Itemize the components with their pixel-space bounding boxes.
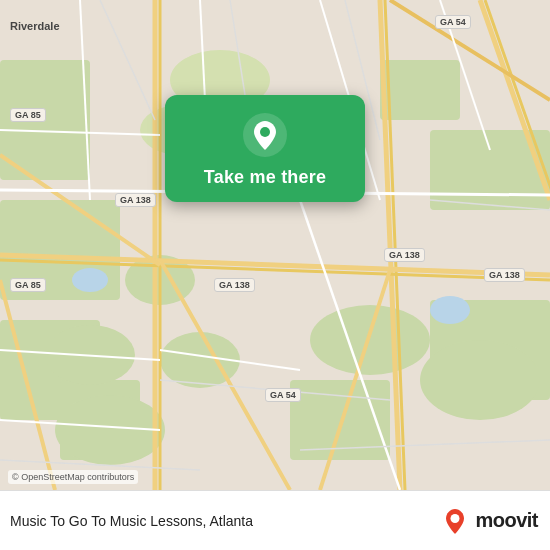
take-me-there-popup[interactable]: Take me there — [165, 95, 365, 202]
take-me-there-label: Take me there — [204, 167, 326, 188]
road-label-ga138-far-right: GA 138 — [484, 268, 525, 282]
map-background — [0, 0, 550, 490]
place-info: Music To Go To Music Lessons, Atlanta — [10, 513, 253, 529]
road-label-ga85: GA 85 — [10, 108, 46, 122]
place-name: Music To Go To Music Lessons, Atlanta — [10, 513, 253, 529]
moovit-logo: moovit — [441, 507, 538, 535]
road-label-ga85-bottom: GA 85 — [10, 278, 46, 292]
svg-rect-7 — [380, 60, 460, 120]
svg-point-51 — [451, 514, 460, 523]
svg-point-14 — [310, 305, 430, 375]
moovit-pin-icon — [441, 507, 469, 535]
svg-point-10 — [420, 340, 540, 420]
moovit-text: moovit — [475, 509, 538, 532]
road-label-ga138-mid-right: GA 138 — [384, 248, 425, 262]
svg-point-50 — [260, 127, 270, 137]
map-container: GA 54 GA 85 GA 138 GA 138 GA 138 GA 54 G… — [0, 0, 550, 490]
road-label-ga54-top: GA 54 — [435, 15, 471, 29]
map-attribution: © OpenStreetMap contributors — [8, 470, 138, 484]
riverdale-label: Riverdale — [10, 20, 60, 32]
road-label-ga138-bottom: GA 138 — [214, 278, 255, 292]
road-label-ga138-mid-left: GA 138 — [115, 193, 156, 207]
svg-point-18 — [430, 296, 470, 324]
road-label-ga54-bottom: GA 54 — [265, 388, 301, 402]
svg-point-17 — [72, 268, 108, 292]
bottom-bar: Music To Go To Music Lessons, Atlanta mo… — [0, 490, 550, 550]
location-pin-icon — [243, 113, 287, 157]
